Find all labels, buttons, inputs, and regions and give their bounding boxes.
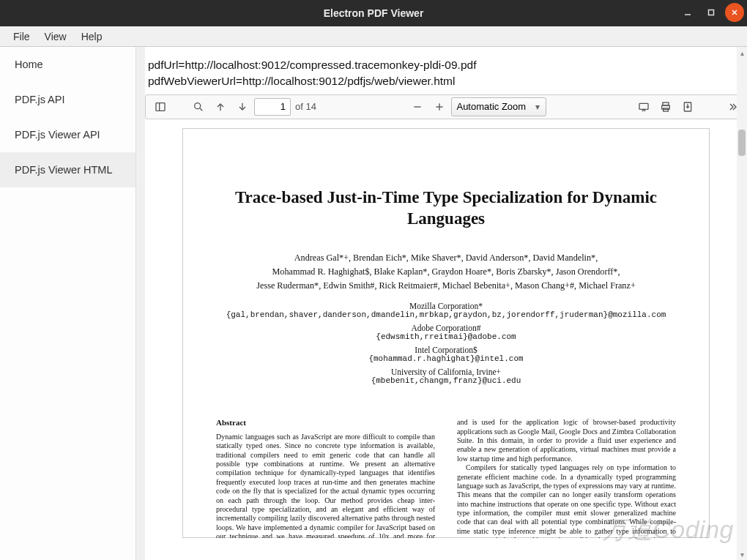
svg-rect-13	[639, 103, 648, 109]
paper-affiliations: Mozilla Corporation*{gal,brendan,shaver,…	[216, 302, 676, 385]
search-icon[interactable]	[188, 97, 209, 117]
abstract-body: Dynamic languages such as JavaScript are…	[216, 433, 435, 538]
svg-rect-1	[709, 10, 714, 15]
window-title: Electron PDF Viewer	[324, 7, 424, 19]
pdf-page: Trace-based Just-in-Time Type Specializa…	[182, 128, 710, 538]
pdf-webviewer-url-line: pdfWebViewerUrl=http://localhost:9012/pd…	[148, 73, 744, 89]
close-button[interactable]	[725, 3, 744, 22]
svg-rect-4	[156, 103, 165, 111]
sidebar-item-pdfjs-viewer-api[interactable]: PDF.js Viewer API	[0, 117, 145, 152]
paper-authors: Andreas Gal*+, Brendan Eich*, Mike Shave…	[216, 251, 676, 293]
zoom-in-icon[interactable]	[429, 97, 450, 117]
pdf-scrollbar[interactable]	[737, 128, 747, 538]
scroll-up-icon[interactable]: ▴	[738, 48, 746, 57]
titlebar: Electron PDF Viewer	[0, 0, 747, 26]
url-info: pdfUrl=http://localhost:9012/compressed.…	[145, 47, 747, 90]
paper-columns: Abstract Dynamic languages such as JavaS…	[216, 418, 676, 538]
print-icon[interactable]	[655, 97, 676, 117]
zoom-select[interactable]: Automatic Zoom	[451, 97, 546, 116]
sidebar: Home PDF.js API PDF.js Viewer API PDF.js…	[0, 47, 145, 560]
sidebar-item-label: PDF.js Viewer API	[15, 129, 100, 141]
maximize-button[interactable]	[702, 3, 721, 22]
svg-line-7	[200, 108, 202, 111]
sidebar-item-pdfjs-api[interactable]: PDF.js API	[0, 82, 145, 117]
menu-help[interactable]: Help	[74, 28, 110, 45]
page-count-label: of 14	[295, 101, 316, 112]
intro-p1: and is used for the application logic of…	[457, 418, 676, 463]
pdf-url-line: pdfUrl=http://localhost:9012/compressed.…	[148, 57, 744, 73]
sidebar-item-label: PDF.js API	[15, 94, 65, 105]
content-pane: ▴ ▾ pdfUrl=http://localhost:9012/compres…	[145, 47, 747, 560]
bookmark-icon[interactable]	[699, 97, 720, 117]
zoom-select-label: Automatic Zoom	[456, 101, 526, 112]
page-number-input[interactable]	[254, 98, 291, 116]
pdf-page-area[interactable]: Trace-based Just-in-Time Type Specializa…	[145, 128, 747, 538]
left-column: Abstract Dynamic languages such as JavaS…	[216, 418, 435, 538]
sidebar-item-label: Home	[15, 59, 43, 70]
scroll-down-icon[interactable]: ▾	[738, 550, 746, 559]
paper-title: Trace-based Just-in-Time Type Specializa…	[216, 187, 676, 230]
abstract-heading: Abstract	[216, 418, 435, 428]
sidebar-item-home[interactable]: Home	[0, 47, 145, 82]
download-icon[interactable]	[677, 97, 698, 117]
sidebar-item-label: PDF.js Viewer HTML	[15, 164, 112, 176]
menubar: File View Help	[0, 26, 747, 47]
intro-p2: Compilers for statically typed languages…	[457, 463, 676, 538]
right-column: and is used for the application logic of…	[457, 418, 676, 538]
svg-point-6	[195, 103, 201, 109]
sidebar-item-pdfjs-viewer-html[interactable]: PDF.js Viewer HTML	[0, 152, 145, 187]
zoom-out-icon[interactable]	[407, 97, 428, 117]
presentation-icon[interactable]	[633, 97, 654, 117]
sidebar-toggle-icon[interactable]	[150, 97, 171, 117]
minimize-button[interactable]	[678, 3, 697, 22]
scrollbar-thumb[interactable]	[738, 130, 746, 156]
menu-file[interactable]: File	[6, 28, 37, 45]
menu-view[interactable]: View	[37, 28, 74, 45]
pdf-viewer-toolbar: of 14 Automatic Zoom	[145, 94, 747, 119]
previous-page-icon[interactable]	[210, 97, 231, 117]
next-page-icon[interactable]	[232, 97, 253, 117]
